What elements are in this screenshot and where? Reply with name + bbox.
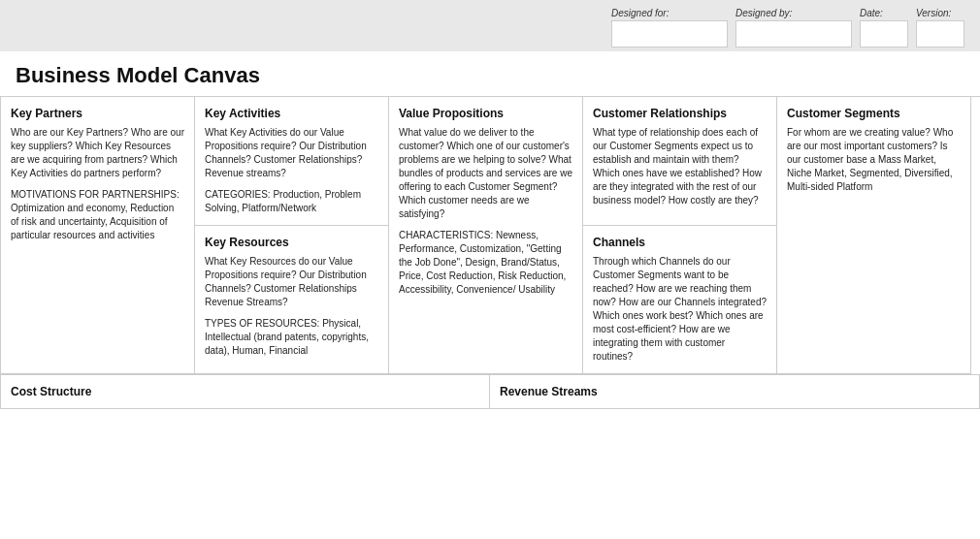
- bottom-bar: Cost Structure Revenue Streams: [0, 374, 980, 409]
- key-activities-title: Key Activities: [205, 107, 378, 120]
- date-group: Date:: [860, 8, 908, 48]
- channels-cell: Channels Through which Channels do our C…: [583, 226, 777, 374]
- customer-segments-cell: Customer Segments For whom are we creati…: [777, 97, 971, 374]
- header-section: Business Model Canvas: [0, 51, 980, 96]
- designed-by-group: Designed by:: [735, 8, 852, 48]
- customer-segments-text: For whom are we creating value? Who are …: [787, 126, 961, 194]
- customer-segments-title: Customer Segments: [787, 107, 961, 120]
- key-resources-title: Key Resources: [205, 236, 378, 249]
- key-activities-cell: Key Activities What Key Activities do ou…: [195, 97, 389, 226]
- designed-by-input[interactable]: [735, 20, 852, 48]
- version-group: Version:: [916, 8, 964, 48]
- revenue-streams-title: Revenue Streams: [500, 385, 969, 398]
- designed-for-label: Designed for:: [611, 8, 728, 18]
- value-propositions-text: What value do we deliver to the customer…: [399, 126, 572, 221]
- date-input[interactable]: [860, 20, 908, 48]
- value-propositions-subtext: CHARACTERISTICS: Newness, Performance, C…: [399, 229, 572, 297]
- key-resources-cell: Key Resources What Key Resources do our …: [195, 226, 389, 374]
- revenue-streams-cell: Revenue Streams: [490, 375, 979, 408]
- channels-title: Channels: [593, 236, 767, 249]
- key-resources-text: What Key Resources do our Value Proposit…: [205, 255, 378, 309]
- key-activities-text: What Key Activities do our Value Proposi…: [205, 126, 378, 180]
- key-partners-cell: Key Partners Who are our Key Partners? W…: [1, 97, 195, 374]
- top-bar: Designed for: Designed by: Date: Version…: [0, 0, 980, 51]
- value-propositions-title: Value Propositions: [399, 107, 572, 120]
- cost-structure-title: Cost Structure: [11, 385, 479, 398]
- customer-relationships-cell: Customer Relationships What type of rela…: [583, 97, 777, 226]
- customer-relationships-title: Customer Relationships: [593, 107, 767, 120]
- key-resources-subtext: TYPES OF RESOURCES: Physical, Intellectu…: [205, 317, 378, 358]
- main-grid: Key Partners Who are our Key Partners? W…: [0, 96, 980, 374]
- version-input[interactable]: [916, 20, 964, 48]
- designed-for-input[interactable]: [611, 20, 728, 48]
- page-title: Business Model Canvas: [16, 63, 964, 88]
- designed-for-group: Designed for:: [611, 8, 728, 48]
- key-partners-text: Who are our Key Partners? Who are our ke…: [11, 126, 184, 180]
- page: Designed for: Designed by: Date: Version…: [0, 0, 980, 539]
- version-label: Version:: [916, 8, 964, 18]
- key-partners-subtext: MOTIVATIONS FOR PARTNERSHIPS: Optimizati…: [11, 188, 184, 242]
- designed-by-label: Designed by:: [735, 8, 852, 18]
- key-partners-title: Key Partners: [11, 107, 184, 120]
- key-activities-subtext: CATEGORIES: Production, Problem Solving,…: [205, 188, 378, 215]
- customer-relationships-text: What type of relationship does each of o…: [593, 126, 767, 207]
- channels-text: Through which Channels do our Customer S…: [593, 255, 767, 364]
- cost-structure-cell: Cost Structure: [1, 375, 490, 408]
- date-label: Date:: [860, 8, 908, 18]
- value-propositions-cell: Value Propositions What value do we deli…: [389, 97, 583, 374]
